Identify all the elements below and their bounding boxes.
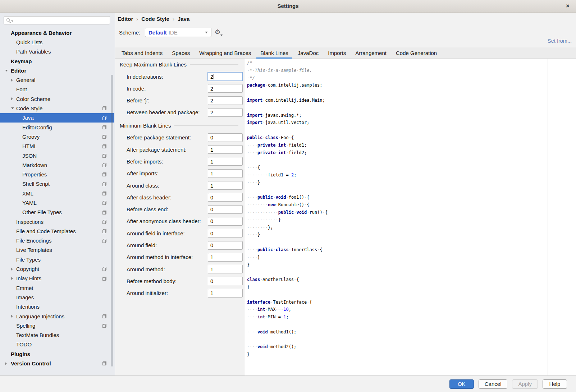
input-after-imports[interactable]: 1 xyxy=(208,169,243,178)
input-in-code[interactable]: 2 xyxy=(208,84,243,93)
sidebar-item-json[interactable]: JSON xyxy=(0,151,114,160)
cancel-button[interactable]: Cancel xyxy=(479,379,508,389)
sidebar-item-html[interactable]: HTML xyxy=(0,142,114,151)
gear-icon[interactable]: ⚙ xyxy=(215,28,220,36)
expand-arrow-icon[interactable] xyxy=(11,79,13,82)
tab-spaces[interactable]: Spaces xyxy=(167,47,195,58)
sidebar-item-live-templates[interactable]: Live Templates xyxy=(0,245,114,255)
sidebar-item-quick-lists[interactable]: Quick Lists xyxy=(0,37,114,47)
sidebar-item-file-types[interactable]: File Types xyxy=(0,255,114,264)
input-before[interactable]: 2 xyxy=(208,96,243,105)
code-line: import·java.util.Vector; xyxy=(247,119,576,126)
sidebar-item-language-injections[interactable]: Language Injections xyxy=(0,312,114,321)
sidebar-item-todo[interactable]: TODO xyxy=(0,340,114,349)
sidebar-item-inlay-hints[interactable]: Inlay Hints xyxy=(0,274,114,283)
input-in-declarations[interactable]: 2 xyxy=(207,72,243,81)
input-before-class-end[interactable]: 0 xyxy=(208,205,243,214)
set-from-link[interactable]: Set from... xyxy=(548,38,572,44)
sidebar-scrollbar[interactable] xyxy=(111,75,113,366)
expand-arrow-icon[interactable] xyxy=(11,315,13,318)
sidebar-item-groovy[interactable]: Groovy xyxy=(0,132,114,141)
sidebar-item-version-control[interactable]: Version Control xyxy=(0,359,114,368)
collapse-arrow-icon[interactable] xyxy=(11,107,14,109)
expand-arrow-icon[interactable] xyxy=(5,362,7,365)
input-after-class-header[interactable]: 0 xyxy=(208,193,243,202)
sidebar-item-inspections[interactable]: Inspections xyxy=(0,217,114,226)
input-before-imports[interactable]: 1 xyxy=(208,157,243,166)
sidebar-item-java[interactable]: Java xyxy=(0,113,114,123)
input-value: 0 xyxy=(210,278,213,284)
scheme-select[interactable]: Default IDE xyxy=(145,28,211,37)
tab-arrangement[interactable]: Arrangement xyxy=(351,47,391,58)
sidebar-item-file-and-code-templates[interactable]: File and Code Templates xyxy=(0,226,114,236)
sidebar-item-markdown[interactable]: Markdown xyxy=(0,160,114,170)
input-before-method-body[interactable]: 0 xyxy=(208,277,243,285)
sidebar-item-textmate-bundles[interactable]: TextMate Bundles xyxy=(0,331,114,340)
expand-arrow-icon[interactable] xyxy=(11,268,13,271)
tab-javadoc[interactable]: JavaDoc xyxy=(293,47,323,58)
field-label: Around method: xyxy=(127,266,165,272)
field-label: Before class end: xyxy=(127,206,168,212)
sidebar-item-file-encodings[interactable]: File Encodings xyxy=(0,236,114,245)
input-around-field[interactable]: 0 xyxy=(208,241,243,250)
tab-blank-lines[interactable]: Blank Lines xyxy=(256,47,293,58)
tab-wrapping-and-braces[interactable]: Wrapping and Braces xyxy=(195,47,256,58)
whitespace-dot: · xyxy=(255,217,257,222)
input-around-method-in-interface[interactable]: 1 xyxy=(208,253,243,262)
collapse-arrow-icon[interactable] xyxy=(5,70,8,72)
sidebar-item-color-scheme[interactable]: Color Scheme xyxy=(0,94,114,103)
copy-icon xyxy=(102,116,106,120)
sidebar-item-path-variables[interactable]: Path Variables xyxy=(0,47,114,56)
breadcrumb-item-java[interactable]: Java xyxy=(178,16,189,22)
input-around-initializer[interactable]: 1 xyxy=(208,289,243,298)
sidebar-item-shell-script[interactable]: Shell Script xyxy=(0,179,114,189)
breadcrumb-item-code-style[interactable]: Code Style xyxy=(141,16,169,22)
sidebar-item-intentions[interactable]: Intentions xyxy=(0,302,114,312)
input-around-method[interactable]: 1 xyxy=(208,265,243,273)
sidebar-item-copyright[interactable]: Copyright xyxy=(0,264,114,273)
sidebar-item-appearance-behavior[interactable]: Appearance & Behavior xyxy=(0,28,114,37)
search-input[interactable] xyxy=(15,17,108,24)
whitespace-dot: · xyxy=(252,329,255,335)
scheme-label: Scheme: xyxy=(119,29,140,36)
field-around-initializer: Around initializer:1 xyxy=(120,289,238,298)
field-label: After class header: xyxy=(127,194,172,200)
tab-tabs-and-indents[interactable]: Tabs and Indents xyxy=(117,47,167,58)
field-before-method-body: Before method body:0 xyxy=(120,276,238,286)
sidebar-item-editor[interactable]: Editor xyxy=(0,66,114,75)
whitespace-dot: · xyxy=(255,232,257,237)
sidebar-item-code-style[interactable]: Code Style xyxy=(0,103,114,113)
whitespace-dot: · xyxy=(276,210,278,215)
sidebar-item-properties[interactable]: Properties xyxy=(0,170,114,179)
input-after-anonymous-class-header[interactable]: 0 xyxy=(208,217,243,226)
breadcrumb-item-editor[interactable]: Editor xyxy=(118,16,133,22)
sidebar-item-label: EditorConfig xyxy=(22,124,52,130)
sidebar-item-keymap[interactable]: Keymap xyxy=(0,56,114,66)
tab-code-generation[interactable]: Code Generation xyxy=(391,47,442,58)
sidebar-item-font[interactable]: Font xyxy=(0,85,114,94)
sidebar-item-spelling[interactable]: Spelling xyxy=(0,321,114,330)
sidebar-item-emmet[interactable]: Emmet xyxy=(0,283,114,292)
sidebar-item-images[interactable]: Images xyxy=(0,292,114,302)
expand-arrow-icon[interactable] xyxy=(11,277,13,280)
input-around-class[interactable]: 1 xyxy=(208,181,243,190)
expand-arrow-icon[interactable] xyxy=(11,97,13,100)
field-label: Around class: xyxy=(127,183,159,189)
search-field[interactable] xyxy=(4,16,110,24)
input-before-package-statement[interactable]: 0 xyxy=(208,133,243,142)
close-icon[interactable]: × xyxy=(563,0,572,12)
sidebar-item-other-file-types[interactable]: Other File Types xyxy=(0,208,114,217)
sidebar-item-xml[interactable]: XML xyxy=(0,189,114,198)
sidebar-item-plugins[interactable]: Plugins xyxy=(0,349,114,359)
field-label: Around method in interface: xyxy=(127,254,193,260)
sidebar-item-general[interactable]: General xyxy=(0,75,114,84)
tab-imports[interactable]: Imports xyxy=(323,47,351,58)
input-between-header-and-package[interactable]: 2 xyxy=(208,108,243,117)
sidebar-item-editorconfig[interactable]: EditorConfig xyxy=(0,123,114,132)
input-around-field-in-interface[interactable]: 0 xyxy=(208,229,243,237)
help-button[interactable]: Help xyxy=(543,379,567,389)
ok-button[interactable]: OK xyxy=(449,379,474,389)
input-after-package-statement[interactable]: 1 xyxy=(208,145,243,154)
sidebar-item-yaml[interactable]: YAML xyxy=(0,198,114,207)
code-preview[interactable]: /*·*·This·is·a·sample·file.·*/package·co… xyxy=(245,59,576,375)
